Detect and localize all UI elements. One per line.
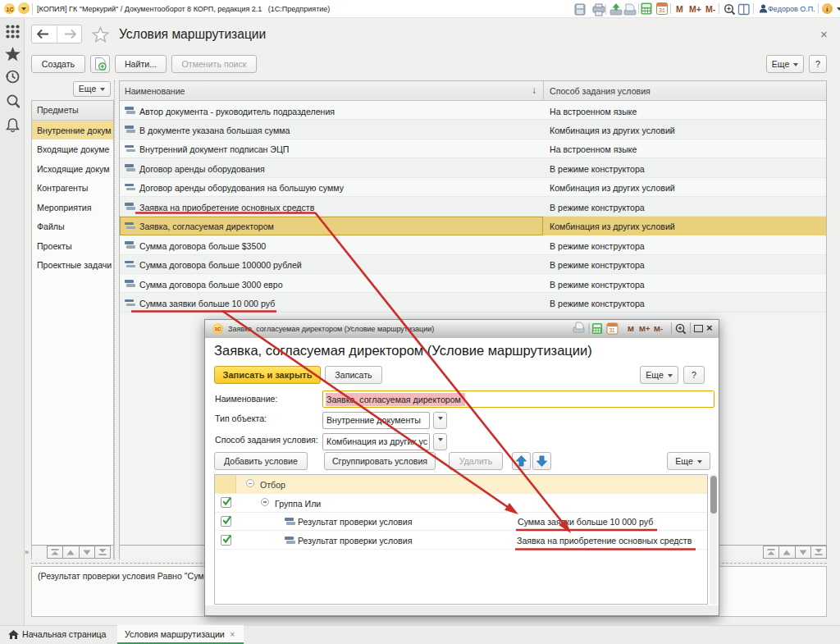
svg-text:31: 31	[609, 327, 616, 333]
svg-text:31: 31	[659, 7, 665, 13]
